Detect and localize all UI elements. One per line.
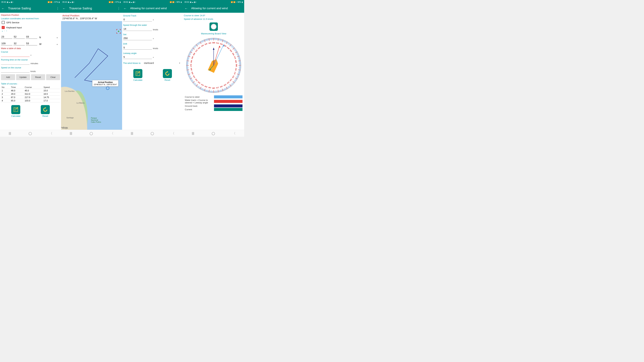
calculate-button[interactable]: Calculate: [133, 69, 142, 81]
legend-course: Course to steer: [185, 96, 214, 98]
app-title: Allowing for current and wind: [128, 7, 182, 10]
back-button[interactable]: ←: [184, 6, 189, 10]
arrival-marker[interactable]: [106, 86, 109, 90]
ground-track-input[interactable]: [123, 17, 152, 21]
reset-button[interactable]: Reset: [31, 74, 45, 80]
keyboard-label: Keyboard Input: [6, 26, 22, 29]
status-bar: 09:50▣ ☁ ▦ • 📶 📶 ⎍98%▮: [183, 0, 244, 4]
callout-title: Arrival Position: [94, 81, 117, 83]
gps-checkbox[interactable]: [2, 21, 5, 24]
nav-recents[interactable]: |||: [70, 132, 72, 135]
nav-recents[interactable]: |||: [192, 132, 194, 135]
lat-min-input[interactable]: [14, 35, 25, 39]
nav-back[interactable]: 〈: [49, 131, 52, 135]
nav-home[interactable]: ◯: [28, 132, 32, 135]
reset-action-button[interactable]: Reset: [41, 105, 50, 117]
drift-input[interactable]: [123, 45, 152, 50]
back-button[interactable]: ←: [124, 6, 128, 10]
lat-sec-input[interactable]: [26, 35, 37, 39]
more-menu-icon[interactable]: ⋮: [56, 6, 60, 10]
degree-label: 180: [212, 87, 215, 89]
deg-unit: º: [153, 56, 154, 59]
table-row[interactable]: 367.0217.014.75: [1, 96, 60, 99]
ground-track-label: Ground Track: [123, 14, 182, 17]
nav-home[interactable]: ◯: [212, 132, 215, 135]
google-logo: Google: [62, 127, 68, 129]
stw-label: Speed through the water: [123, 24, 182, 26]
drift-label: Drift: [123, 42, 182, 45]
keyboard-checkbox[interactable]: ✓: [2, 26, 5, 29]
nav-home[interactable]: ◯: [150, 132, 154, 135]
app-title: Allowing for current and wind: [189, 7, 243, 10]
lat-deg-input[interactable]: [1, 35, 12, 39]
calculate-button[interactable]: Calculate: [11, 105, 20, 117]
course-input[interactable]: [1, 53, 30, 57]
departure-heading: Departure Position: [1, 14, 60, 16]
screen-traverse-form: 09:46▣ ☁ ▦ • 📶 📶 ⎍97%▮ ← Traverse Sailin…: [0, 0, 61, 137]
lon-sec-input[interactable]: [26, 41, 37, 45]
table-row[interactable]: 229.0312.016.5: [1, 92, 60, 96]
stw-input[interactable]: [123, 27, 152, 31]
add-button[interactable]: Add: [1, 74, 15, 80]
status-time: 09:46: [1, 1, 6, 3]
calculate-label: Calculate: [11, 115, 20, 117]
speed-label: Speed on the course: [1, 66, 60, 69]
screen-traverse-map: 09:44▣ ☁ ▦ • 📶 📶 ⎍97%▮ ← Traverse Sailin…: [61, 0, 122, 137]
update-button[interactable]: Update: [16, 74, 30, 80]
legend-bar-current: [214, 108, 242, 111]
soa-result: Speed of advance 11.5 knots: [184, 18, 244, 20]
map[interactable]: Los Barriles La Ribera Santiago Parque N…: [61, 21, 122, 130]
nav-recents[interactable]: |||: [9, 132, 11, 135]
nav-back[interactable]: 〈: [172, 131, 174, 135]
status-battery: 98%: [176, 1, 180, 3]
compass-rose[interactable]: 0000100200300400500600700800901001101201…: [186, 38, 241, 93]
nav-back[interactable]: 〈: [110, 131, 113, 135]
keyboard-checkbox-row[interactable]: ✓ Keyboard Input: [1, 25, 60, 30]
knots-unit: knots: [153, 47, 158, 50]
arrival-callout[interactable]: Arrival Position 23º46'56.8" N ; 109º15'…: [92, 80, 118, 86]
gps-checkbox-row[interactable]: GPS Service: [1, 20, 60, 25]
more-menu-icon[interactable]: ⋮: [117, 6, 121, 10]
table-row[interactable]: 146.045.015.0: [1, 89, 60, 92]
back-button[interactable]: ←: [62, 6, 67, 10]
dms-toggle[interactable]: º ' ": [1, 30, 60, 34]
svg-line-13: [215, 38, 215, 40]
compass-svg: [186, 38, 241, 93]
nav-recents[interactable]: |||: [131, 132, 133, 135]
calculator-icon: [133, 69, 142, 78]
set-input[interactable]: [123, 36, 152, 40]
leeway-input[interactable]: [123, 55, 152, 59]
lat-dir: N: [38, 36, 44, 39]
legend: Course to steer Water track = Course to …: [184, 95, 244, 113]
app-title: Traverse Sailing: [6, 6, 56, 10]
deg-unit: º: [153, 38, 154, 40]
wind-select[interactable]: starboard ▼: [144, 62, 182, 64]
runtime-input[interactable]: [1, 61, 30, 65]
screen-current-wind-result: 09:50▣ ☁ ▦ • 📶 📶 ⎍98%▮ ← Allowing for cu…: [183, 0, 244, 137]
clear-button[interactable]: Clear: [46, 74, 60, 80]
speed-input[interactable]: [1, 69, 30, 72]
place-label: Parque Nacional Cabo Pulmo: [91, 117, 101, 123]
maneuvering-board-label: Maneuvering Board View: [201, 32, 226, 35]
status-time: 09:44: [62, 1, 67, 3]
gps-label: GPS Service: [6, 21, 19, 24]
lon-deg-input[interactable]: [1, 41, 12, 45]
reset-action-button[interactable]: Reset: [163, 69, 172, 81]
nav-back[interactable]: 〈: [232, 131, 236, 135]
svg-line-103: [239, 67, 241, 67]
wind-label: The wind blows to: [123, 62, 140, 64]
legend-current: Current: [185, 108, 214, 111]
place-label: La Ribera: [76, 102, 84, 104]
table-row[interactable]: 485.0103.017.0: [1, 99, 60, 102]
recenter-icon[interactable]: [116, 29, 121, 33]
reset-icon: [41, 105, 50, 114]
nav-home[interactable]: ◯: [90, 132, 93, 135]
maneuvering-board-button[interactable]: [210, 22, 218, 31]
lon-min-input[interactable]: [14, 41, 25, 45]
arrival-coords: 23º46'56.8" N ; 109º15'39.4" W: [62, 17, 121, 20]
lat-dir-dropdown[interactable]: ▼: [56, 37, 58, 39]
course-steer-result: Course to steer 24.6º: [184, 14, 244, 17]
lon-dir-dropdown[interactable]: ▼: [56, 43, 58, 45]
back-button[interactable]: ←: [1, 6, 6, 10]
coord-source-label: Location coordinates are received from:: [1, 17, 60, 20]
